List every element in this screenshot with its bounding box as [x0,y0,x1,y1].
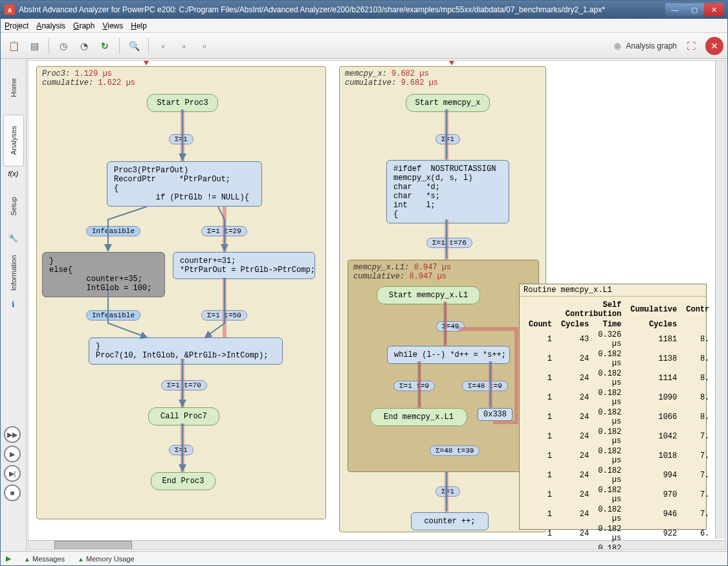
table-row[interactable]: 1240.182 µs9467. [525,505,713,523]
tool-zoom-icon[interactable]: 🔍 [125,37,143,55]
separator [49,38,49,54]
maximize-button[interactable]: ▢ [685,3,704,16]
table-row[interactable]: 1240.182 µs10908. [525,389,713,407]
play-button[interactable]: ▶ [4,446,21,462]
sidebar-tab-information[interactable]: Information [3,247,24,299]
info-icon[interactable]: ℹ [12,300,15,311]
col-count [525,300,556,319]
edge-t29: Σ=1 t=29 [201,226,247,236]
separator [119,38,120,54]
target-icon: ◎ [614,41,621,51]
menubar: Project Analysis Graph Views Help [1,19,727,33]
edge-t76: Σ=1 t=76 [426,238,472,248]
menu-graph[interactable]: Graph [73,21,94,30]
menu-help[interactable]: Help [131,21,147,30]
edge-t9b: Σ=48 t=9 [462,381,508,391]
col-cum: Cumulative [626,300,681,319]
menu-project[interactable]: Project [5,21,28,30]
edge-t50: Σ=1 t=50 [201,310,247,321]
sidebar-tab-analyses[interactable]: Analyses [3,115,24,166]
node-proc7-call-src[interactable]: } Proc7(10, IntGlob, &PtrGlb->IntComp); [89,337,283,365]
vertical-scrollbar[interactable] [715,61,725,539]
table-row[interactable]: 1240.182 µs9947. [525,466,713,484]
close-button[interactable]: ✕ [704,3,723,16]
tool-page1-icon[interactable]: ▫ [154,37,172,55]
app-icon: a [5,5,15,15]
stop-button[interactable]: ■ [4,484,21,501]
proc-header: Proc3: 1.129 µs cumulative: 1.622 µs [37,67,325,90]
tool-notes-icon[interactable]: 📋 [5,37,23,55]
edge-sigma49: Σ=49 [436,321,465,332]
status-messages[interactable]: ▲ Messages [24,555,65,563]
edge-infeasible: Infeasible [86,226,140,236]
node-start-l1[interactable]: Start memcpy_x.L1 [377,286,480,304]
edge-t9a: Σ=1 t=9 [393,381,435,391]
table-row[interactable]: 1240.182 µs10187. [525,447,713,465]
proc-panel-memcpy: memcpy_x: 9.682 µs cumulative: 9.682 µs … [339,66,546,532]
separator [148,38,149,54]
nested-header: memcpy_x.L1: 8.947 µs cumulative: 8.947 … [348,260,538,284]
table-row[interactable]: 1240.182 µs11148. [525,369,713,387]
minimize-button[interactable]: — [665,3,685,16]
node-addr[interactable]: 0x338 [478,408,513,421]
table-row[interactable]: 1240.182 µs9707. [525,486,713,504]
edge-t70: Σ=1 t=70 [161,380,207,391]
sidebar-tab-home[interactable]: Home [3,62,24,113]
status-memory[interactable]: ▲ Memory Usage [78,555,135,563]
menu-analysis[interactable]: Analysis [36,21,65,30]
wrench-icon[interactable]: 🔧 [8,234,18,245]
col-contr: Contr [682,300,713,319]
sidebar-tab-setup[interactable]: Setup [3,181,24,232]
nested-panel-l1: memcpy_x.L1: 8.947 µs cumulative: 8.947 … [347,260,539,472]
play-fast-button[interactable]: ▶▶ [4,426,21,443]
node-start-proc3[interactable]: Start Proc3 [147,94,218,112]
edge-t39: Σ=48 t=39 [430,446,480,456]
tool-refresh-icon[interactable]: ↻ [96,37,114,55]
edge-sigma: Σ=1 [169,134,193,144]
table-row[interactable]: 1430.326 µs11818. [525,330,713,348]
menu-views[interactable]: Views [102,21,123,30]
edge-sigma: Σ=1 [436,486,460,497]
node-start-memcpy[interactable]: Start memcpy_x [406,94,490,112]
tool-piechart-icon[interactable]: ◔ [75,37,93,55]
node-call-proc7[interactable]: Call Proc7 [148,407,219,425]
proc-header: memcpy_x: 9.682 µs cumulative: 9.682 µs [340,67,546,90]
node-end-proc3[interactable]: End Proc3 [151,472,215,490]
tool-page2-icon[interactable]: ▫ [175,37,193,55]
tool-list-icon[interactable]: ▤ [25,37,43,55]
proc-panel-proc3: Proc3: 1.129 µs cumulative: 1.622 µs Sta… [36,66,326,519]
node-memcpy-head[interactable]: #ifdef NOSTRUCTASSIGN memcpy_x(d, s, l) … [386,160,509,223]
table-row[interactable]: 1240.182 µs10668. [525,408,713,426]
app-window: a AbsInt Advanced Analyzer for PowerPC e… [0,0,728,566]
edge-infeasible: Infeasible [86,310,140,321]
node-end-l1[interactable]: End memcpy_x.L1 [370,408,467,426]
statusbar: ▶ ▲ Messages ▲ Memory Usage [1,551,727,565]
col-self: Self Contribution [557,300,625,319]
table-row[interactable]: 1240.182 µs9226. [525,525,713,543]
run-icon[interactable]: ▶ [6,554,11,563]
node-counter31[interactable]: counter+=31; *PtrParOut = PtrGlb->PtrCom… [173,252,315,279]
tool-closeview-icon[interactable]: ✕ [705,37,723,55]
graph-canvas[interactable]: Proc3: 1.129 µs cumulative: 1.622 µs Sta… [28,60,726,550]
table-row[interactable]: 1240.182 µs11388. [525,350,713,368]
step-button[interactable]: ▶| [4,465,21,482]
tool-fullscreen-icon[interactable]: ⛶ [682,37,700,55]
node-counter-inc[interactable]: counter ++; [411,512,489,530]
tool-page3-icon[interactable]: ▫ [195,37,214,55]
node-while[interactable]: while (l--) *d++ = *s++; [387,346,510,364]
popup-title: Routine memcpy_x.L1 [520,284,706,297]
playback-controls: ▶▶ ▶ ▶| ■ [4,426,22,501]
node-proc3-head[interactable]: Proc3(PtrParOut) RecordPtr *PtrParOut; {… [107,161,262,207]
tool-gauge-icon[interactable]: ◷ [54,37,72,55]
fx-icon[interactable]: f(x) [8,168,19,179]
entry-arrow-icon [144,61,149,65]
table-row[interactable]: 1240.182 µs8986. [525,544,713,550]
window-title: AbsInt Advanced Analyzer for PowerPC e20… [19,5,665,14]
popup-routine-table[interactable]: Routine memcpy_x.L1 Self Contribution Cu… [519,284,707,530]
toolbar-mode-label: Analysis graph [626,41,677,51]
table-row[interactable]: 1240.182 µs10427. [525,427,713,446]
edge-sigma: Σ=1 [436,134,460,144]
entry-arrow-icon [449,61,454,65]
titlebar: a AbsInt Advanced Analyzer for PowerPC e… [1,1,727,19]
node-else-block[interactable]: } else{ counter+=35; IntGlob = 100; [42,252,165,297]
